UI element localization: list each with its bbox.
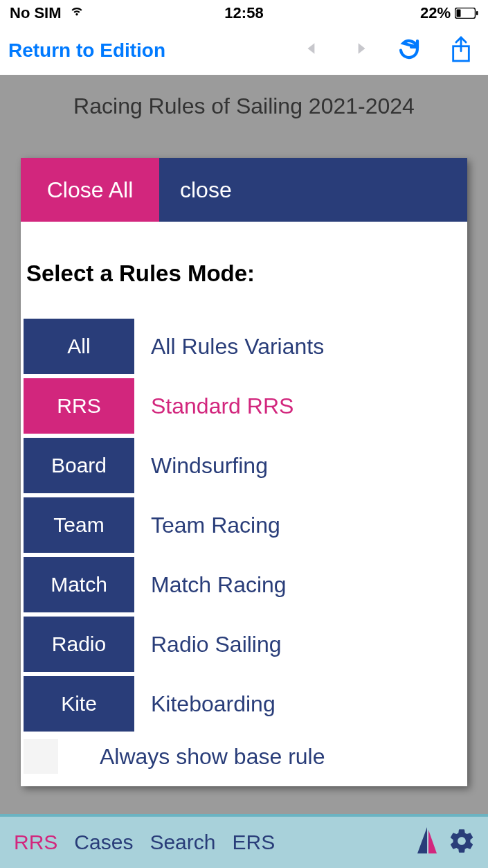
mode-row-all: All All Rules Variants xyxy=(24,319,464,374)
mode-label-kite: Kiteboarding xyxy=(134,691,275,717)
share-icon[interactable] xyxy=(449,35,473,66)
sim-status: No SIM xyxy=(10,4,62,22)
mode-button-rrs[interactable]: RRS xyxy=(24,378,134,434)
nav-next-icon[interactable] xyxy=(354,41,369,60)
mode-label-team: Team Racing xyxy=(134,513,280,538)
always-show-label: Always show base rule xyxy=(100,744,325,770)
battery-icon xyxy=(455,8,478,19)
mode-button-radio[interactable]: Radio xyxy=(24,617,134,672)
close-all-button[interactable]: Close All xyxy=(21,158,159,222)
wifi-icon xyxy=(69,3,85,24)
mode-button-all[interactable]: All xyxy=(24,319,134,374)
mode-label-board: Windsurfing xyxy=(134,453,268,479)
battery-percent: 22% xyxy=(420,4,451,22)
reload-icon[interactable] xyxy=(397,37,422,64)
svg-rect-2 xyxy=(476,11,478,15)
page-title: Racing Rules of Sailing 2021-2024 xyxy=(73,94,415,119)
modal-header: Close All close xyxy=(21,158,467,222)
modal-prompt: Select a Rules Mode: xyxy=(24,260,464,287)
mode-button-team[interactable]: Team xyxy=(24,497,134,553)
mode-row-board: Board Windsurfing xyxy=(24,438,464,493)
page-title-area: Racing Rules of Sailing 2021-2024 xyxy=(0,75,488,137)
mode-label-all: All Rules Variants xyxy=(134,334,324,360)
svg-rect-1 xyxy=(457,10,461,17)
mode-button-board[interactable]: Board xyxy=(24,438,134,493)
nav-prev-icon[interactable] xyxy=(304,41,319,60)
tab-ers[interactable]: ERS xyxy=(224,831,283,854)
mode-label-rrs: Standard RRS xyxy=(134,393,293,419)
mode-label-match: Match Racing xyxy=(134,572,287,598)
rules-mode-modal: Close All close Select a Rules Mode: All… xyxy=(21,158,467,786)
clock: 12:58 xyxy=(224,4,263,22)
mode-button-match[interactable]: Match xyxy=(24,557,134,612)
always-show-row: Always show base rule xyxy=(24,736,464,777)
sail-logo-icon[interactable] xyxy=(413,826,441,859)
nav-bar: Return to Edition xyxy=(0,26,488,75)
settings-icon[interactable] xyxy=(448,827,476,858)
tab-rrs[interactable]: RRS xyxy=(6,831,66,854)
back-button[interactable]: Return to Edition xyxy=(8,39,304,62)
mode-row-radio: Radio Radio Sailing xyxy=(24,617,464,672)
mode-row-match: Match Match Racing xyxy=(24,557,464,612)
always-show-checkbox[interactable] xyxy=(24,739,58,774)
status-bar: No SIM 12:58 22% xyxy=(0,0,488,26)
mode-row-kite: Kite Kiteboarding xyxy=(24,676,464,732)
mode-button-kite[interactable]: Kite xyxy=(24,676,134,732)
mode-label-radio: Radio Sailing xyxy=(134,632,282,657)
close-button[interactable]: close xyxy=(159,158,467,222)
mode-row-rrs: RRS Standard RRS xyxy=(24,378,464,434)
tab-search[interactable]: Search xyxy=(141,831,224,854)
tab-bar: RRS Cases Search ERS xyxy=(0,814,488,868)
mode-row-team: Team Team Racing xyxy=(24,497,464,553)
tab-cases[interactable]: Cases xyxy=(66,831,141,854)
